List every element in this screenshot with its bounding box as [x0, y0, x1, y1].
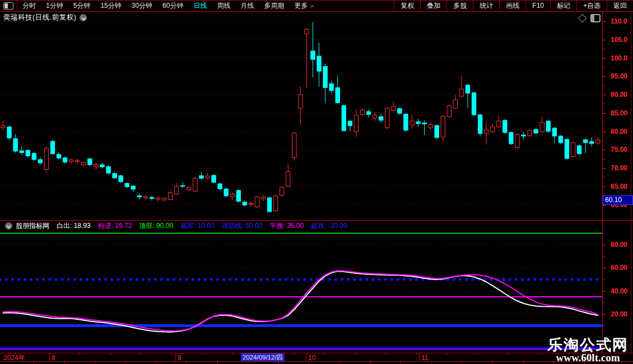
date-minor-tick: [446, 353, 447, 355]
date-minor-tick: [523, 362, 524, 364]
tools-menu: 复权叠加多股统计画线F10标记+自选返回: [394, 1, 633, 11]
date-minor-tick: [355, 353, 356, 355]
date-minor-tick: [156, 362, 156, 364]
date-minor-tick: [278, 362, 279, 364]
split-view-icon[interactable]: [590, 14, 601, 22]
menu-item-5分钟[interactable]: 5分钟: [68, 1, 96, 11]
axis-tick: [603, 40, 606, 40]
date-axis[interactable]: 2024年8910112024/09/12/四: [0, 353, 633, 362]
menu-item-+自选[interactable]: +自选: [576, 1, 607, 11]
date-month-label: 8: [52, 354, 55, 362]
axis-tick: [603, 150, 606, 150]
axis-minor-tick: [603, 67, 604, 68]
date-minor-tick: [462, 362, 462, 364]
indicator-tick-label: 80.00: [611, 241, 627, 249]
date-minor-tick: [339, 362, 340, 364]
menu-item-更多[interactable]: 更多＞: [289, 1, 320, 11]
date-minor-tick: [80, 353, 80, 355]
date-minor-tick: [416, 353, 417, 355]
axis-tick: [603, 291, 606, 292]
indicator-field-强弱线: 强弱线: 50.00: [222, 221, 263, 231]
axis-minor-tick: [603, 104, 604, 104]
price-tick-label: 65.00: [611, 183, 627, 190]
indicator-field-顶部: 顶部: 90.00: [139, 221, 173, 231]
menu-item-多股[interactable]: 多股: [446, 1, 473, 11]
axis-minor-tick: [603, 30, 604, 31]
menu-item-标记[interactable]: 标记: [550, 1, 576, 11]
axis-tick: [603, 95, 606, 95]
axis-border-line: [602, 12, 603, 353]
axis-minor-tick: [603, 302, 604, 303]
axis-minor-tick: [603, 325, 604, 326]
date-minor-tick: [431, 362, 432, 364]
axis-tick: [603, 314, 606, 315]
price-tick-label: 110.0: [611, 17, 627, 25]
menu-item-统计[interactable]: 统计: [473, 1, 499, 11]
stock-app-window: 分时1分钟5分钟15分钟30分钟60分钟日线周线月线多周期更多＞ 复权叠加多股统…: [0, 0, 633, 364]
axis-minor-tick: [603, 122, 604, 123]
date-minor-tick: [125, 362, 126, 364]
price-axis: 110.0105.0100.095.0090.0085.0080.0075.00…: [603, 12, 633, 220]
axis-minor-tick: [603, 256, 604, 257]
date-minor-tick: [202, 353, 203, 355]
axis-tick: [603, 113, 606, 114]
date-minor-tick: [294, 353, 294, 355]
menu-item-60分钟[interactable]: 60分钟: [157, 1, 188, 11]
price-tick-label: 90.00: [611, 91, 627, 99]
indicator-chart-canvas[interactable]: [0, 221, 602, 362]
price-tick-label: 70.00: [611, 164, 627, 172]
date-year-label: 2024年: [3, 354, 25, 362]
date-minor-tick: [309, 362, 309, 364]
axis-tick: [603, 268, 606, 268]
candlestick-chart-canvas[interactable]: [0, 12, 602, 220]
axis-tick: [603, 245, 606, 245]
right-edge-line: [631, 12, 631, 353]
menu-item-画线[interactable]: 画线: [499, 1, 525, 11]
axis-minor-tick: [603, 279, 604, 280]
menu-item-周线[interactable]: 周线: [212, 1, 235, 11]
menu-item-日线[interactable]: 日线: [188, 1, 212, 11]
axis-tick: [603, 58, 606, 59]
menu-item-分时[interactable]: 分时: [17, 1, 41, 11]
price-tick-label: 100.0: [611, 54, 627, 62]
date-minor-tick: [187, 362, 187, 364]
date-minor-tick: [324, 353, 325, 355]
panel-toggle-button[interactable]: [0, 1, 17, 11]
indicator-field-粉进: 粉进: 19.72: [98, 221, 132, 231]
indicator-tick-label: 20.00: [611, 310, 627, 318]
menu-item-叠加[interactable]: 叠加: [420, 1, 446, 11]
price-tick-label: 85.00: [611, 109, 627, 117]
date-minor-tick: [95, 362, 95, 364]
price-tick-label: 95.00: [611, 72, 627, 80]
axis-tick: [603, 76, 606, 77]
indicator-field-底部: 底部: 10.00: [180, 221, 215, 231]
menu-item-F10[interactable]: F10: [525, 1, 550, 11]
axis-minor-tick: [603, 49, 604, 49]
watermark-site-name: 乐淘公式网: [547, 338, 629, 352]
date-month-label: 10: [308, 354, 315, 362]
chevron-down-icon[interactable]: [80, 14, 87, 21]
diamond-icon[interactable]: [578, 14, 587, 23]
month-separator: [419, 353, 420, 361]
indicator-field-超跌: 超跌: -10.00: [311, 221, 347, 231]
indicator-field-白出: 白出: 18.93: [57, 221, 91, 231]
menu-item-复权[interactable]: 复权: [394, 1, 420, 11]
menu-item-月线[interactable]: 月线: [235, 1, 259, 11]
date-minor-tick: [171, 353, 172, 355]
date-minor-tick: [401, 362, 401, 364]
axis-minor-tick: [603, 177, 604, 178]
indicator-axis: 80.0060.0040.0020.00: [603, 221, 633, 353]
menu-item-15分钟[interactable]: 15分钟: [95, 1, 126, 11]
date-minor-tick: [370, 362, 371, 364]
menu-item-1分钟[interactable]: 1分钟: [41, 1, 68, 11]
timeframe-menu: 分时1分钟5分钟15分钟30分钟60分钟日线周线月线多周期更多＞: [17, 1, 320, 11]
date-minor-tick: [110, 353, 111, 355]
indicator-header: 股朋指标网 白出: 18.93粉进: 19.72顶部: 90.00底部: 10.…: [2, 221, 347, 230]
menu-item-30分钟[interactable]: 30分钟: [127, 1, 157, 11]
date-minor-tick: [492, 362, 493, 364]
menu-item-多周期[interactable]: 多周期: [259, 1, 289, 11]
chevron-down-icon[interactable]: [5, 222, 12, 230]
date-minor-tick: [18, 353, 19, 355]
date-minor-tick: [538, 353, 539, 355]
menu-item-返回[interactable]: 返回: [607, 1, 633, 11]
